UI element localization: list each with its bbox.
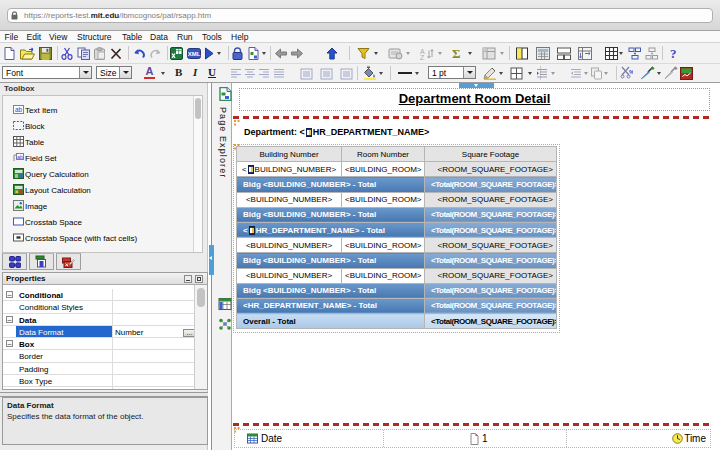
svg-text:ab: ab: [15, 106, 23, 113]
svg-text:Z: Z: [420, 54, 425, 61]
svg-text:?: ?: [670, 46, 677, 61]
svg-text:%: %: [629, 69, 633, 75]
svg-text:XML: XML: [188, 51, 201, 57]
svg-text:ab: ab: [17, 154, 23, 160]
svg-text:Σ: Σ: [452, 46, 461, 60]
